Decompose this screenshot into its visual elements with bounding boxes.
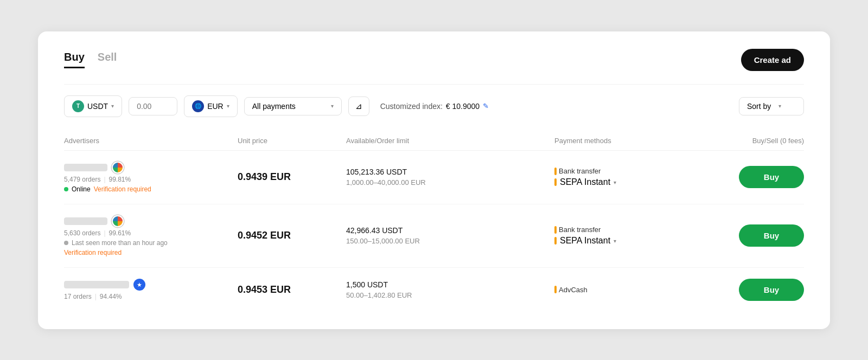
asset-label: USDT [87,102,108,111]
payment-bar-icon-4 [554,237,557,245]
payments-selector[interactable]: All payments ▾ [244,97,342,115]
rate-1: 99.81% [109,176,131,183]
last-seen-2: Last seen more than an hour ago [72,239,168,247]
orders-3: 17 orders [64,293,92,300]
table: Advertisers Unit price Available/Order l… [64,132,804,312]
sort-by-label: Sort by [747,102,771,111]
filter-icon: ⊿ [355,101,362,111]
advertiser-name-row-1 [64,162,238,173]
avatar-2 [64,217,107,225]
payment-cell-2: Bank transfer SEPA Instant ▾ [554,226,706,246]
offline-dot-2 [64,241,68,245]
orders-rate-2: 5,630 orders | 99.61% [64,229,238,237]
available-1: 105,213.36 USDT [346,168,554,176]
advertiser-name-row-2 [64,215,238,227]
action-cell-1: Buy [706,166,804,188]
badge-icon-2 [112,215,124,227]
filter-icon-button[interactable]: ⊿ [348,97,369,116]
col-unit-price: Unit price [238,137,346,145]
currency-label: EUR [207,102,224,111]
advertiser-cell-3: ★ 17 orders | 94.44% [64,279,238,300]
payment-bar-icon-3 [554,226,557,234]
customized-index-label: Customized index: [380,102,443,111]
unit-price-1: 0.9439 EUR [238,171,346,183]
rate-2: 99.61% [109,229,131,237]
create-ad-button[interactable]: Create ad [741,49,804,71]
order-limit-3: 50.00–1,402.80 EUR [346,291,554,299]
header-row: Buy Sell Create ad [64,49,804,71]
badge-icon-1 [112,162,124,173]
buy-button-2[interactable]: Buy [739,224,804,247]
order-limit-1: 1,000.00–40,000.00 EUR [346,178,554,187]
payment-bar-icon [554,168,557,175]
col-payment-methods: Payment methods [554,137,706,145]
amount-input[interactable] [129,97,177,115]
currency-selector[interactable]: 🌐 EUR ▾ [184,95,238,117]
verification-2: Verification required [64,249,238,256]
usdt-icon: T [72,100,84,112]
payment-bar-icon-5 [554,286,557,293]
online-status-2: Last seen more than an hour ago [64,239,238,247]
payments-label: All payments [252,102,296,111]
action-cell-3: Buy [706,279,804,301]
unit-price-2: 0.9452 EUR [238,230,346,241]
avail-cell-2: 42,966.43 USDT 150.00–15,000.00 EUR [346,226,554,245]
payment-cell-3: AdvCash [554,286,706,294]
table-row: ★ 17 orders | 94.44% 0.9453 EUR 1,500 US… [64,268,804,312]
sort-chevron-icon: ▾ [778,103,781,109]
col-avail-limit: Available/Order limit [346,137,554,145]
advertiser-name-row-3: ★ [64,279,238,291]
sort-by-selector[interactable]: Sort by ▾ [739,97,804,115]
table-row: 5,630 orders | 99.61% Last seen more tha… [64,204,804,268]
tabs: Buy Sell [64,51,117,68]
asset-selector[interactable]: T USDT ▾ [64,95,122,117]
avatar-1 [64,164,107,171]
main-card: Buy Sell Create ad T USDT ▾ 🌐 EUR ▾ All … [38,31,830,329]
currency-chevron-icon: ▾ [227,103,229,109]
avatar-3 [64,281,129,288]
online-status-1: Online Verification required [64,185,238,193]
tab-buy[interactable]: Buy [64,51,85,68]
payment-method-1-0: Bank transfer [554,167,706,175]
unit-price-3: 0.9453 EUR [238,284,346,295]
online-dot-1 [64,187,68,191]
payments-chevron-icon: ▾ [331,103,334,109]
status-label-1: Online [72,185,91,193]
orders-2: 5,630 orders [64,229,100,237]
col-advertisers: Advertisers [64,137,238,145]
avail-cell-1: 105,213.36 USDT 1,000.00–40,000.00 EUR [346,168,554,187]
rate-3: 94.44% [100,293,122,300]
advertiser-cell-2: 5,630 orders | 99.61% Last seen more tha… [64,215,238,256]
buy-button-3[interactable]: Buy [739,279,804,301]
asset-chevron-icon: ▾ [111,103,114,109]
filter-row: T USDT ▾ 🌐 EUR ▾ All payments ▾ ⊿ Custom… [64,95,804,117]
edit-index-icon[interactable]: ✎ [483,102,489,110]
order-limit-2: 150.00–15,000.00 EUR [346,237,554,245]
action-cell-2: Buy [706,224,804,247]
customized-index: Customized index: € 10.9000 ✎ [380,102,489,111]
payment-method-2-1: SEPA Instant ▾ [554,236,706,246]
payment-method-1-1: SEPA Instant ▾ [554,177,706,187]
payment-method-2-0: Bank transfer [554,226,706,234]
verification-1: Verification required [94,185,151,193]
available-3: 1,500 USDT [346,280,554,289]
sepa-chevron-icon-2[interactable]: ▾ [614,238,616,244]
table-header: Advertisers Unit price Available/Order l… [64,132,804,151]
eur-icon: 🌐 [192,100,204,112]
advertiser-cell-1: 5,479 orders | 99.81% Online Verificatio… [64,162,238,193]
avail-cell-3: 1,500 USDT 50.00–1,402.80 EUR [346,280,554,299]
payment-cell-1: Bank transfer SEPA Instant ▾ [554,167,706,187]
table-row: 5,479 orders | 99.81% Online Verificatio… [64,151,804,204]
col-buy-sell: Buy/Sell (0 fees) [706,137,804,145]
orders-rate-3: 17 orders | 94.44% [64,293,238,300]
buy-button-1[interactable]: Buy [739,166,804,188]
orders-1: 5,479 orders [64,176,100,183]
available-2: 42,966.43 USDT [346,226,554,235]
payment-bar-icon-2 [554,178,557,186]
payment-method-3-0: AdvCash [554,286,706,294]
customized-index-value: € 10.9000 [446,102,480,111]
orders-rate-1: 5,479 orders | 99.81% [64,176,238,183]
sepa-chevron-icon-1[interactable]: ▾ [614,179,616,185]
badge-icon-star-3: ★ [133,279,145,291]
tab-sell[interactable]: Sell [98,51,117,68]
